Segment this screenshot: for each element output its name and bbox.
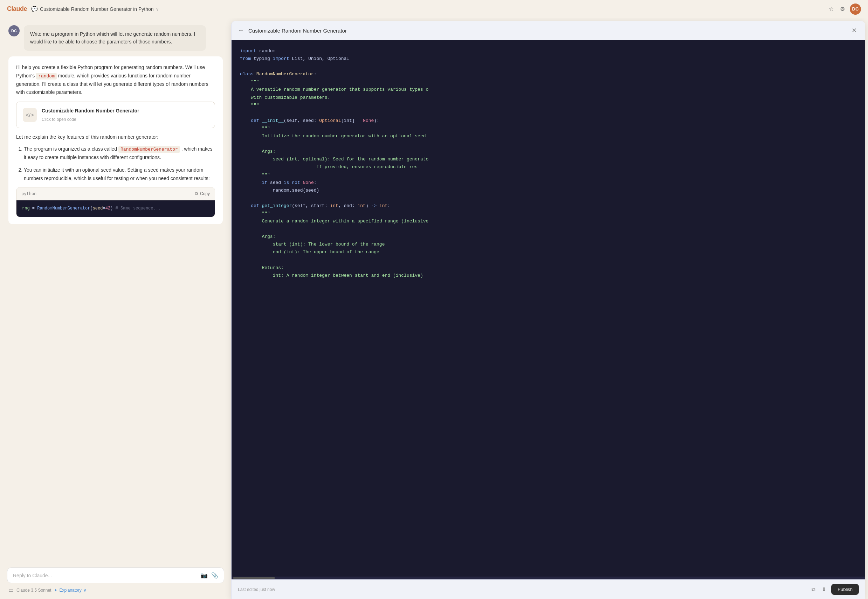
main-layout: DC Write me a program in Python which wi… (0, 18, 868, 599)
code-block: python ⧉ Copy rng = RandomNumberGenerato… (16, 187, 215, 218)
input-box: 📷 📎 (7, 567, 224, 583)
code-viewer-panel: ← Customizable Random Number Generator ✕… (231, 21, 865, 599)
attach-button[interactable]: 📎 (211, 572, 218, 579)
header-actions: ☆ ⚙ DC (827, 3, 861, 15)
settings-button[interactable]: ⚙ (839, 4, 846, 14)
assistant-text-intro: I'll help you create a flexible Python p… (16, 63, 215, 97)
code-block-header: python ⧉ Copy (17, 187, 215, 200)
list-intro-text: Let me explain the key features of this … (16, 133, 215, 141)
viewer-back-button[interactable]: ← (238, 27, 244, 34)
viewer-code-pre: import random from typing import List, U… (240, 47, 857, 280)
chat-input[interactable] (13, 573, 197, 578)
artifact-title: Customizable Random Number Generator (42, 107, 139, 115)
style-label: Explanatory (59, 588, 81, 593)
user-avatar[interactable]: DC (850, 3, 861, 15)
style-chevron-icon: ∨ (83, 588, 87, 593)
app-logo: Claude (7, 5, 27, 13)
copy-icon: ⧉ (195, 191, 198, 196)
viewer-footer-actions: ⧉ ⬇ Publish (810, 584, 859, 595)
artifact-info: Customizable Random Number Generator Cli… (42, 107, 139, 123)
viewer-close-button[interactable]: ✕ (850, 26, 859, 35)
camera-button[interactable]: 📷 (201, 572, 208, 579)
input-icons: 📷 📎 (201, 572, 218, 579)
code-block-body: rng = RandomNumberGenerator(seed=42) # S… (17, 200, 215, 217)
viewer-footer: Last edited just now ⧉ ⬇ Publish (232, 579, 865, 599)
header-title-area: 💬 Customizable Random Number Generator i… (31, 6, 823, 12)
artifact-code-icon: </> (23, 108, 37, 122)
publish-button[interactable]: Publish (831, 584, 859, 595)
inline-code-random: random (36, 73, 57, 80)
viewer-title: Customizable Random Number Generator (248, 28, 845, 34)
style-selector-button[interactable]: ✦ Explanatory ∨ (54, 588, 86, 593)
assistant-message: I'll help you create a flexible Python p… (8, 56, 223, 224)
sidebar-toggle-button[interactable]: ▭ (8, 587, 14, 593)
feature-list: The program is organized as a class call… (16, 145, 215, 182)
title-chevron-icon: ∨ (156, 7, 159, 12)
user-avatar-bubble: DC (8, 25, 20, 36)
scroll-thumb (233, 577, 275, 579)
list-item-1: The program is organized as a class call… (24, 145, 215, 162)
last-edited-text: Last edited just now (238, 587, 806, 592)
inline-code-class: RandomNumberGenerator (118, 146, 180, 153)
chat-panel: DC Write me a program in Python which wi… (0, 18, 231, 599)
star-button[interactable]: ☆ (827, 4, 835, 14)
copy-artifact-button[interactable]: ⧉ (810, 585, 817, 594)
app-header: Claude 💬 Customizable Random Number Gene… (0, 0, 868, 18)
chat-messages: DC Write me a program in Python which wi… (0, 18, 231, 563)
horizontal-scrollbar[interactable] (232, 576, 865, 579)
user-message: DC Write me a program in Python which wi… (8, 25, 223, 51)
chat-icon: 💬 (31, 6, 38, 12)
chat-input-area: 📷 📎 ▭ Claude 3.5 Sonnet ✦ Explanatory ∨ (0, 563, 231, 599)
artifact-card[interactable]: </> Customizable Random Number Generator… (16, 102, 215, 128)
artifact-subtitle: Click to open code (42, 116, 139, 123)
viewer-header: ← Customizable Random Number Generator ✕ (232, 21, 865, 40)
code-content: rng = RandomNumberGenerator(seed=42) # S… (22, 205, 209, 212)
style-icon: ✦ (54, 588, 57, 593)
code-language-label: python (21, 190, 36, 197)
user-bubble: Write me a program in Python which will … (24, 25, 206, 51)
chat-footer: ▭ Claude 3.5 Sonnet ✦ Explanatory ∨ (7, 587, 224, 593)
conversation-title: Customizable Random Number Generator in … (40, 6, 154, 12)
list-item-2: You can initialize it with an optional s… (24, 166, 215, 183)
model-name: Claude 3.5 Sonnet (17, 588, 51, 593)
download-artifact-button[interactable]: ⬇ (820, 585, 828, 594)
viewer-code-body[interactable]: import random from typing import List, U… (232, 40, 865, 576)
copy-code-button[interactable]: ⧉ Copy (195, 191, 210, 196)
